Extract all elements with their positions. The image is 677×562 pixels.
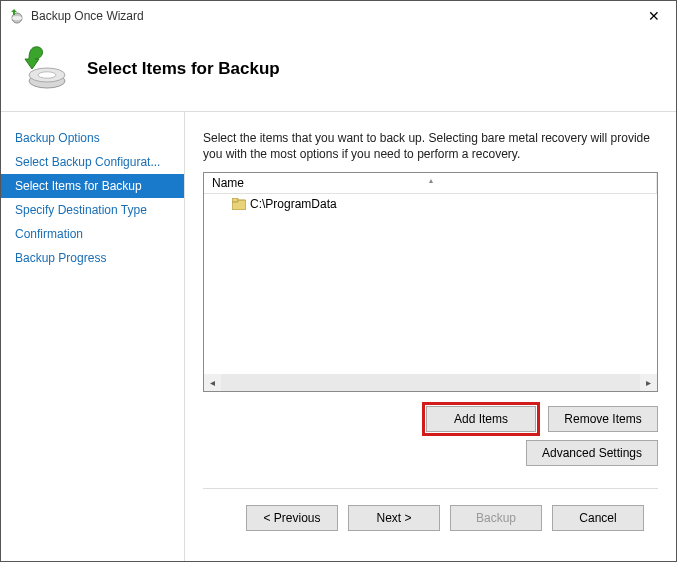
scroll-left-icon[interactable]: ◂ <box>204 374 221 391</box>
step-backup-options[interactable]: Backup Options <box>1 126 184 150</box>
list-header[interactable]: Name ▴ <box>204 173 657 194</box>
titlebar: Backup Once Wizard ✕ <box>1 1 676 31</box>
previous-button[interactable]: < Previous <box>246 505 338 531</box>
list-body: C:\ProgramData <box>204 194 657 374</box>
wizard-steps-sidebar: Backup Options Select Backup Configurat.… <box>1 112 185 561</box>
main-panel: Select the items that you want to back u… <box>185 112 676 561</box>
step-select-backup-config[interactable]: Select Backup Configurat... <box>1 150 184 174</box>
step-confirmation[interactable]: Confirmation <box>1 222 184 246</box>
scroll-track[interactable] <box>221 374 640 391</box>
svg-point-4 <box>38 72 56 78</box>
list-item[interactable]: C:\ProgramData <box>204 196 657 212</box>
next-button[interactable]: Next > <box>348 505 440 531</box>
step-specify-destination[interactable]: Specify Destination Type <box>1 198 184 222</box>
step-select-items[interactable]: Select Items for Backup <box>1 174 184 198</box>
step-backup-progress[interactable]: Backup Progress <box>1 246 184 270</box>
close-button[interactable]: ✕ <box>631 1 676 31</box>
description-text: Select the items that you want to back u… <box>203 130 658 162</box>
wizard-header: Select Items for Backup <box>1 31 676 112</box>
close-icon: ✕ <box>648 8 660 24</box>
items-listbox[interactable]: Name ▴ C:\ProgramData ◂ ▸ <box>203 172 658 392</box>
list-item-path: C:\ProgramData <box>250 197 337 211</box>
add-items-button[interactable]: Add Items <box>426 406 536 432</box>
sort-caret-icon: ▴ <box>429 176 433 185</box>
remove-items-button[interactable]: Remove Items <box>548 406 658 432</box>
cancel-button[interactable]: Cancel <box>552 505 644 531</box>
scroll-right-icon[interactable]: ▸ <box>640 374 657 391</box>
svg-point-1 <box>12 16 22 20</box>
wizard-icon <box>21 45 69 93</box>
wizard-footer: < Previous Next > Backup Cancel <box>203 488 658 551</box>
svg-rect-6 <box>232 198 238 202</box>
horizontal-scrollbar[interactable]: ◂ ▸ <box>204 374 657 391</box>
advanced-settings-button[interactable]: Advanced Settings <box>526 440 658 466</box>
window-title: Backup Once Wizard <box>31 9 144 23</box>
folder-icon <box>232 198 246 210</box>
page-title: Select Items for Backup <box>87 59 280 79</box>
app-icon <box>9 8 25 24</box>
backup-button[interactable]: Backup <box>450 505 542 531</box>
